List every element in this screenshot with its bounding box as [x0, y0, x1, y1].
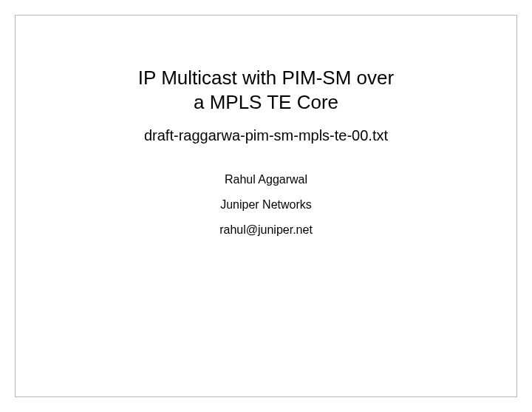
author-email: rahul@juniper.net	[16, 224, 516, 236]
author-affiliation: Juniper Networks	[16, 199, 516, 211]
slide-subtitle: draft-raggarwa-pim-sm-mpls-te-00.txt	[16, 127, 516, 144]
slide-title: IP Multicast with PIM-SM over a MPLS TE …	[16, 66, 516, 114]
title-line-1: IP Multicast with PIM-SM over	[138, 67, 394, 89]
slide-frame: IP Multicast with PIM-SM over a MPLS TE …	[15, 15, 517, 397]
author-block: Rahul Aggarwal Juniper Networks rahul@ju…	[16, 174, 516, 236]
title-line-2: a MPLS TE Core	[194, 91, 338, 113]
author-name: Rahul Aggarwal	[16, 174, 516, 186]
